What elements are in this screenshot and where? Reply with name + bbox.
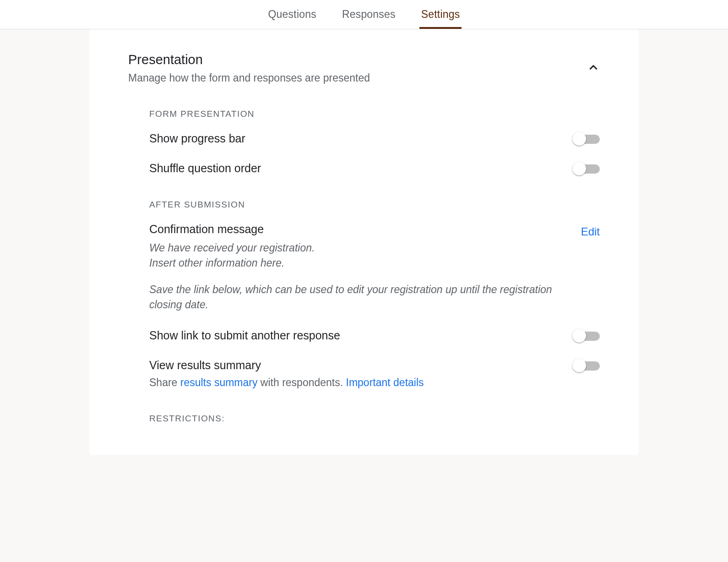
shuffle-label: Shuffle question order — [149, 162, 556, 175]
collapse-button[interactable] — [587, 61, 600, 74]
results-summary-link[interactable]: results summary — [180, 376, 258, 388]
group-label-after-submission: After submission — [149, 200, 600, 210]
results-mid: with respondents. — [257, 376, 346, 388]
results-pre: Share — [149, 376, 180, 388]
tabs-bar: Questions Responses Settings — [0, 0, 728, 29]
submit-another-label: Show link to submit another response — [149, 329, 556, 342]
shuffle-toggle[interactable] — [574, 164, 600, 174]
chevron-up-icon — [587, 62, 599, 74]
confirmation-message: We have received your registration. Inse… — [149, 240, 552, 312]
toggle-knob — [572, 329, 586, 343]
progress-bar-label: Show progress bar — [149, 132, 556, 145]
toggle-knob — [572, 162, 586, 175]
edit-confirmation-button[interactable]: Edit — [581, 225, 600, 238]
tab-settings[interactable]: Settings — [419, 0, 462, 29]
confirmation-title: Confirmation message — [149, 223, 563, 236]
row-confirmation: Confirmation message We have received yo… — [149, 223, 600, 312]
results-summary-desc: Share results summary with respondents. … — [149, 376, 556, 389]
results-summary-title: View results summary — [149, 359, 556, 372]
results-summary-toggle[interactable] — [574, 361, 600, 371]
confirmation-line1: We have received your registration. — [149, 242, 315, 254]
row-progress-bar: Show progress bar — [149, 132, 600, 145]
form-presentation-group: Form presentation Show progress bar Shuf… — [128, 109, 600, 424]
progress-bar-toggle[interactable] — [574, 135, 600, 144]
presentation-section-header: Presentation Manage how the form and res… — [128, 52, 600, 84]
tab-questions[interactable]: Questions — [266, 0, 318, 29]
toggle-knob — [572, 132, 586, 146]
section-title: Presentation — [128, 52, 370, 67]
toggle-knob — [572, 359, 586, 372]
row-shuffle: Shuffle question order — [149, 162, 600, 175]
row-results-summary: View results summary Share results summa… — [149, 359, 600, 389]
group-label-restrictions: Restrictions: — [149, 414, 600, 424]
confirmation-line2: Insert other information here. — [149, 257, 284, 269]
confirmation-line3: Save the link below, which can be used t… — [149, 282, 552, 313]
settings-card: Presentation Manage how the form and res… — [89, 29, 639, 455]
important-details-link[interactable]: Important details — [346, 376, 424, 388]
submit-another-toggle[interactable] — [574, 332, 600, 341]
row-submit-another: Show link to submit another response — [149, 329, 600, 342]
group-label-form-presentation: Form presentation — [149, 109, 600, 119]
tab-responses[interactable]: Responses — [340, 0, 397, 29]
section-subtitle: Manage how the form and responses are pr… — [128, 72, 370, 84]
